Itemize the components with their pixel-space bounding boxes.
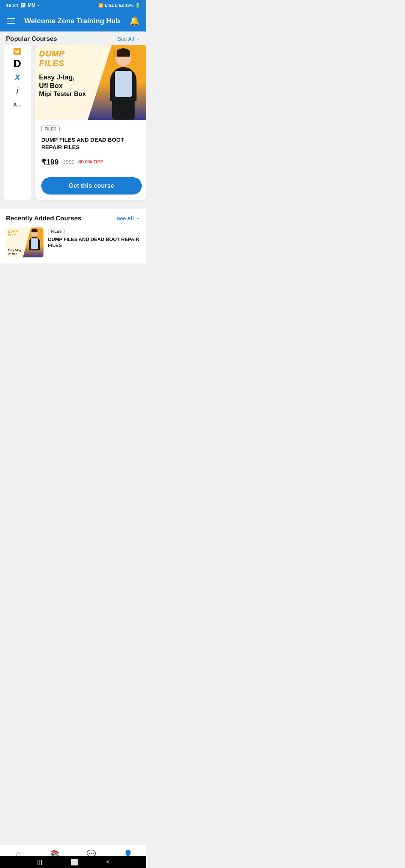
partial-text-ellipsis: A... [13,100,21,108]
banner-subtitle-line2: Ufi Box [39,82,86,90]
card-category-tag: FILES [41,126,60,132]
partial-tag: EI [14,48,21,55]
person-legs [112,101,135,120]
banner-dump-text: DUMP [39,49,65,58]
recent-thumbnail: DUMP FILES Easy J-tag Ufi Box [6,227,44,257]
recently-see-all[interactable]: See All → [117,216,140,221]
recent-item-info: FILES DUMP FILES AND DEAD BOOT REPAIR FI… [48,227,140,249]
popular-courses-see-all[interactable]: See All → [117,36,140,42]
person-hair [117,48,130,57]
main-content: Popular Courses See All → EI D X i A... [0,31,146,290]
recently-arrow-icon: → [135,216,140,221]
signal-lte1: LTE1 LTE2 [105,3,124,7]
recent-thumb-subtitle: Easy J-tag Ufi Box [8,248,21,255]
recently-added-title: Recently Added Courses [6,215,81,222]
recent-thumb-text: DUMP FILES [8,230,18,237]
notification-bell-icon[interactable]: 🔔 [129,16,140,26]
recently-added-header: Recently Added Courses See All → [6,215,140,222]
main-course-card: DUMP FILES Easy J-tag, Ufi Box Mipi Test… [35,45,146,200]
dot-indicator: • [38,3,39,8]
banner-text-area: DUMP FILES [39,49,65,68]
status-left: 16:21 🖼 MM • [6,3,39,8]
recently-added-section: Recently Added Courses See All → DUMP FI… [0,209,146,263]
partial-logo: D [14,58,21,70]
get-course-button[interactable]: Get this course [41,177,142,195]
gmail-icon: MM [28,3,35,8]
person-shirt [115,71,132,97]
popular-courses-section-header: Popular Courses See All → [0,31,146,45]
menu-line-3 [7,23,15,24]
currency-symbol: ₹ [41,158,46,166]
price-original: ₹999 [62,159,74,165]
battery-icon: 🔋 [135,3,140,8]
instructor-illustration [103,51,144,120]
person-head [116,51,131,66]
banner-subtitle: Easy J-tag, Ufi Box Mipi Tester Box [39,73,86,98]
person-body [110,67,136,101]
status-right: 📶 LTE1 LTE2 18% 🔋 [98,3,140,8]
divider [41,172,142,172]
partial-i-text: i [16,85,18,97]
banner-subtitle-line1: Easy J-tag, [39,73,86,82]
wifi-icon: 📶 [98,3,104,8]
banner-subtitle-line3: Mipi Tester Box [39,90,86,98]
header-title: Welcome Zone Training Hub [24,17,120,25]
card-title: DUMP FILES AND DEAD BOOT REPAIR FILES [41,136,142,151]
gallery-icon: 🖼 [21,3,26,8]
menu-line-2 [7,21,15,21]
status-bar: 16:21 🖼 MM • 📶 LTE1 LTE2 18% 🔋 [0,0,146,10]
battery-level: 18% [125,3,134,7]
recent-instructor-illustration [26,230,43,257]
partial-x-icon: X [15,73,20,82]
card-banner: DUMP FILES Easy J-tag, Ufi Box Mipi Test… [35,45,146,120]
banner-files-text: FILES [39,58,65,68]
price-current-value: 199 [46,158,58,166]
app-header: Welcome Zone Training Hub 🔔 [0,10,146,31]
card-content: FILES DUMP FILES AND DEAD BOOT REPAIR FI… [35,120,146,200]
arrow-right-icon: → [135,36,140,42]
partial-card-left: EI D X i A... [4,45,31,200]
price-discount: 80.0% OFF [78,159,103,165]
hamburger-menu[interactable] [7,18,15,24]
popular-courses-title: Popular Courses [6,35,57,43]
card-price-row: ₹199 ₹999 80.0% OFF [41,157,142,166]
recent-category-tag: FILES [48,229,64,234]
recent-course-title: DUMP FILES AND DEAD BOOT REPAIR FILES [48,236,140,249]
menu-line-1 [7,18,15,19]
price-current: ₹199 [41,157,58,166]
courses-scroll: EI D X i A... [0,45,146,204]
status-time: 16:21 [6,3,18,8]
recent-item[interactable]: DUMP FILES Easy J-tag Ufi Box [6,227,140,257]
